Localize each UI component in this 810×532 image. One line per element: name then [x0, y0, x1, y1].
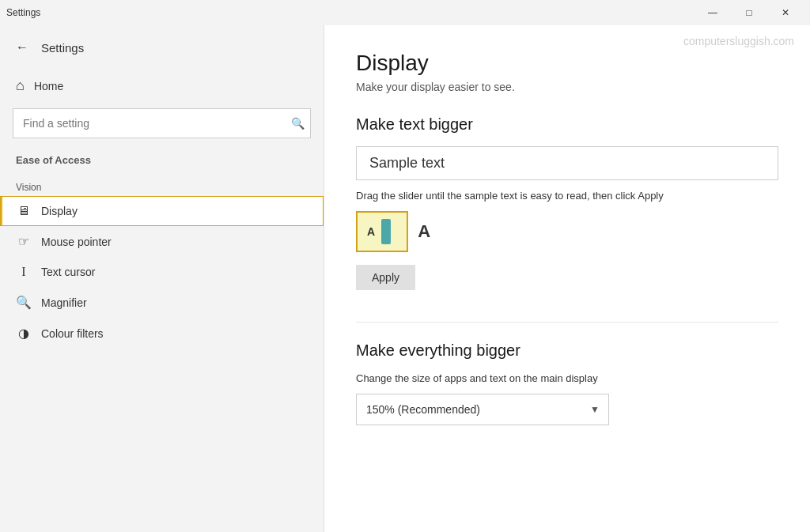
- sidebar-item-text-cursor[interactable]: I Text cursor: [0, 257, 324, 287]
- slider-row: A A: [356, 211, 778, 252]
- magnifier-icon: 🔍: [16, 295, 32, 310]
- sidebar-nav-top: ← Settings: [0, 25, 324, 70]
- sidebar-title: Settings: [41, 41, 84, 55]
- ease-of-access-label: Ease of Access: [0, 154, 324, 172]
- slider-track-container: A: [356, 211, 408, 252]
- sidebar-item-colour-filters-label: Colour filters: [41, 327, 104, 340]
- sidebar-item-magnifier[interactable]: 🔍 Magnifier: [0, 287, 324, 318]
- home-icon: ⌂: [16, 77, 25, 94]
- title-bar-controls: — □ ✕: [695, 0, 804, 25]
- sidebar-item-text-cursor-label: Text cursor: [41, 266, 95, 278]
- sidebar-item-home[interactable]: ⌂ Home: [0, 70, 324, 102]
- vision-label: Vision: [0, 172, 324, 196]
- slider-instruction: Drag the slider until the sample text is…: [356, 190, 778, 202]
- home-label: Home: [34, 80, 63, 92]
- maximize-button[interactable]: □: [731, 0, 767, 25]
- everything-bigger-subtitle: Change the size of apps and text on the …: [356, 372, 778, 384]
- text-bigger-title: Make text bigger: [356, 115, 778, 134]
- slider-thumb[interactable]: [381, 219, 391, 244]
- mouse-pointer-icon: ☞: [16, 234, 32, 249]
- search-button[interactable]: 🔍: [291, 117, 305, 130]
- text-cursor-icon: I: [16, 265, 32, 279]
- sidebar-item-mouse-pointer-label: Mouse pointer: [41, 236, 112, 248]
- close-button[interactable]: ✕: [767, 0, 804, 25]
- section-divider: [356, 322, 778, 323]
- sidebar-item-magnifier-label: Magnifier: [41, 296, 87, 309]
- sample-text-box: Sample text: [356, 146, 778, 180]
- app-body: ← Settings ⌂ Home 🔍 Ease of Access Visio…: [0, 25, 810, 532]
- search-box: 🔍: [13, 108, 311, 138]
- slider-large-a: A: [418, 221, 430, 242]
- search-input[interactable]: [13, 108, 311, 138]
- apply-button[interactable]: Apply: [356, 265, 415, 290]
- sidebar-item-display[interactable]: 🖥 Display: [0, 196, 324, 226]
- sidebar-item-display-label: Display: [41, 205, 78, 217]
- size-dropdown[interactable]: 100% 125% 150% (Recommended) 175%: [356, 394, 609, 425]
- minimize-button[interactable]: —: [695, 0, 731, 25]
- sidebar-item-colour-filters[interactable]: ◑ Colour filters: [0, 318, 324, 349]
- colour-filters-icon: ◑: [16, 326, 32, 341]
- title-bar-left: Settings: [6, 7, 40, 18]
- page-subtitle: Make your display easier to see.: [356, 81, 778, 93]
- everything-bigger-title: Make everything bigger: [356, 341, 778, 360]
- back-icon: ←: [16, 40, 28, 55]
- sidebar: ← Settings ⌂ Home 🔍 Ease of Access Visio…: [0, 25, 324, 532]
- page-title: Display: [356, 51, 778, 76]
- title-bar: Settings — □ ✕: [0, 0, 810, 25]
- display-icon: 🖥: [16, 204, 32, 218]
- slider-small-a: A: [367, 225, 375, 238]
- title-bar-title: Settings: [6, 7, 40, 18]
- back-button[interactable]: ←: [6, 32, 38, 63]
- search-icon: 🔍: [291, 117, 305, 130]
- size-dropdown-container: 100% 125% 150% (Recommended) 175% ▼: [356, 394, 609, 425]
- watermark: computersluggish.com: [683, 35, 794, 47]
- content-area: computersluggish.com Display Make your d…: [324, 25, 810, 532]
- sidebar-item-mouse-pointer[interactable]: ☞ Mouse pointer: [0, 226, 324, 257]
